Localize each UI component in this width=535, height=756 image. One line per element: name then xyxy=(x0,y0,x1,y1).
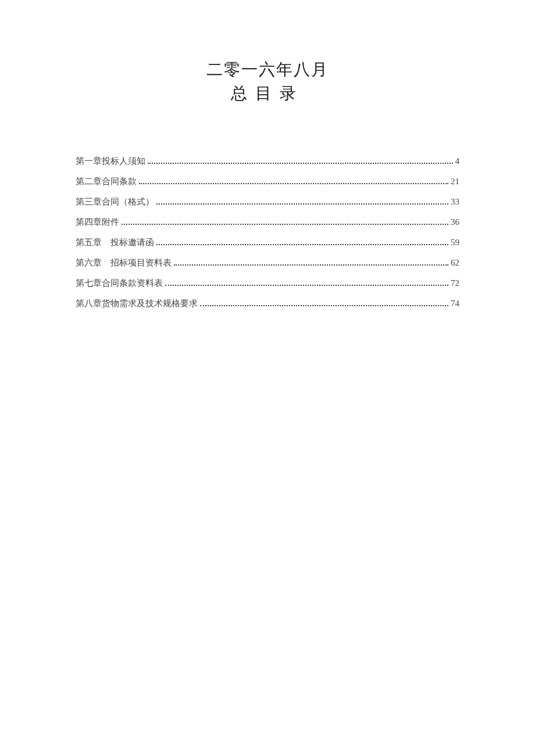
toc-entry-page: 33 xyxy=(451,198,459,206)
toc-entry: 第八章货物需求及技术规格要求 74 xyxy=(76,299,459,308)
toc-leader-dots xyxy=(148,163,453,164)
toc-leader-dots xyxy=(156,203,448,205)
toc-entry-page: 62 xyxy=(451,259,459,267)
toc-entry-label: 第八章货物需求及技术规格要求 xyxy=(76,299,198,308)
toc-entry-label: 第二章合同条款 xyxy=(76,177,137,186)
table-of-contents: 第一章投标人须知 4 第二章合同条款 21 第三章合同（格式） 33 第四章附件… xyxy=(76,157,459,308)
toc-leader-dots xyxy=(174,264,448,266)
toc-entry: 第四章附件 36 xyxy=(76,218,459,227)
toc-entry-page: 36 xyxy=(451,218,459,227)
toc-entry-label: 第七章合同条款资料表 xyxy=(76,279,163,288)
toc-entry: 第七章合同条款资料表 72 xyxy=(76,279,459,288)
toc-entry-page: 72 xyxy=(451,279,459,288)
toc-entry-page: 21 xyxy=(451,177,459,186)
toc-entry: 第一章投标人须知 4 xyxy=(76,157,459,166)
document-page: 二零一六年八月 总目录 第一章投标人须知 4 第二章合同条款 21 第三章合同（… xyxy=(0,0,535,308)
toc-entry: 第五章 投标邀请函 59 xyxy=(76,238,459,247)
toc-entry: 第二章合同条款 21 xyxy=(76,177,459,186)
toc-leader-dots xyxy=(122,224,448,225)
toc-entry: 第三章合同（格式） 33 xyxy=(76,198,459,206)
toc-leader-dots xyxy=(200,305,448,306)
title-date: 二零一六年八月 xyxy=(76,58,459,81)
title-block: 二零一六年八月 总目录 xyxy=(76,58,459,105)
toc-entry-page: 4 xyxy=(455,157,460,166)
toc-entry-label: 第三章合同（格式） xyxy=(76,198,154,206)
toc-entry-label: 第一章投标人须知 xyxy=(76,157,145,166)
toc-leader-dots xyxy=(165,285,448,286)
title-toc: 总目录 xyxy=(76,82,459,105)
toc-leader-dots xyxy=(156,244,448,245)
toc-entry-label: 第四章附件 xyxy=(76,218,119,227)
toc-leader-dots xyxy=(139,183,448,184)
toc-entry-label: 第五章 投标邀请函 xyxy=(76,238,154,247)
toc-entry: 第六章 招标项目资料表 62 xyxy=(76,259,459,267)
toc-entry-page: 74 xyxy=(451,299,459,308)
toc-entry-label: 第六章 招标项目资料表 xyxy=(76,259,172,267)
toc-entry-page: 59 xyxy=(451,238,459,247)
